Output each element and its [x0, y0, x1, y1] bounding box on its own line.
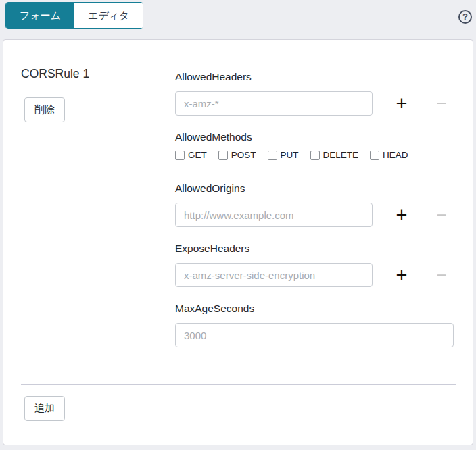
- expose-headers-input[interactable]: [175, 263, 373, 287]
- add-allowed-origin-button[interactable]: +: [390, 203, 413, 227]
- allowed-origins-input[interactable]: [175, 203, 373, 227]
- cors-rule-panel: CORSRule 1 削除 AllowedHeaders + − Allowed…: [3, 39, 473, 445]
- allowed-headers-input[interactable]: [175, 91, 373, 116]
- method-post-checkbox[interactable]: [218, 151, 228, 160]
- method-head-label: HEAD: [383, 150, 408, 160]
- cors-configuration-page: フォーム エディタ ? CORSRule 1 削除 AllowedHeaders…: [0, 0, 476, 450]
- help-icon[interactable]: ?: [458, 10, 472, 24]
- max-age-seconds-input[interactable]: [175, 323, 454, 347]
- allowed-origins-label: AllowedOrigins: [175, 182, 245, 195]
- rule-title: CORSRule 1: [21, 67, 89, 81]
- method-post-option[interactable]: POST: [218, 150, 256, 160]
- add-allowed-header-button[interactable]: +: [390, 91, 413, 116]
- expose-headers-label: ExposeHeaders: [175, 243, 249, 255]
- method-put-checkbox[interactable]: [268, 151, 277, 160]
- remove-allowed-origin-button[interactable]: −: [430, 203, 453, 227]
- method-get-label: GET: [188, 150, 207, 160]
- remove-expose-header-button[interactable]: −: [430, 263, 453, 287]
- method-delete-checkbox[interactable]: [310, 151, 320, 160]
- allowed-methods-group: GET POST PUT DELETE HEAD: [175, 150, 408, 160]
- method-get-checkbox[interactable]: [175, 151, 185, 160]
- view-mode-tabs: フォーム エディタ: [5, 2, 143, 29]
- tab-editor[interactable]: エディタ: [74, 3, 143, 28]
- allowed-methods-label: AllowedMethods: [175, 131, 252, 143]
- tab-form[interactable]: フォーム: [6, 3, 74, 28]
- method-delete-option[interactable]: DELETE: [310, 150, 359, 160]
- method-put-label: PUT: [281, 150, 299, 160]
- delete-rule-button[interactable]: 削除: [24, 97, 65, 122]
- allowed-headers-label: AllowedHeaders: [175, 71, 252, 83]
- remove-allowed-header-button[interactable]: −: [430, 91, 453, 116]
- add-rule-button[interactable]: 追加: [24, 396, 65, 421]
- method-put-option[interactable]: PUT: [268, 150, 299, 160]
- method-post-label: POST: [231, 150, 256, 160]
- method-get-option[interactable]: GET: [175, 150, 207, 160]
- panel-divider: [21, 384, 456, 385]
- max-age-seconds-label: MaxAgeSeconds: [175, 303, 254, 315]
- method-head-option[interactable]: HEAD: [370, 150, 408, 160]
- method-head-checkbox[interactable]: [370, 151, 379, 160]
- add-expose-header-button[interactable]: +: [390, 263, 413, 287]
- method-delete-label: DELETE: [323, 150, 359, 160]
